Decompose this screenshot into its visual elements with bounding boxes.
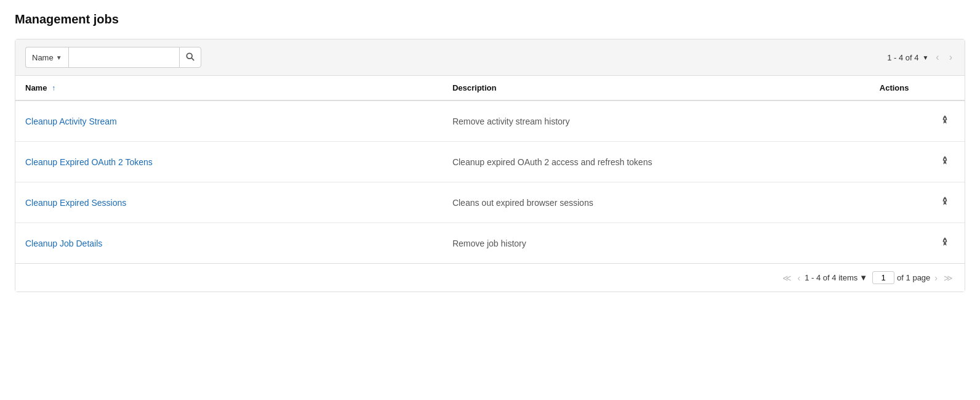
column-header-name: Name ↑: [15, 76, 443, 100]
footer-items-text: 1 - 4 of 4 items: [805, 273, 857, 282]
footer-pagination: ≪ ‹ 1 - 4 of 4 items ▼ of 1 page › ≫: [781, 271, 955, 284]
row-name-link[interactable]: Cleanup Activity Stream: [25, 116, 117, 126]
row-name-cell: Cleanup Expired Sessions: [15, 182, 443, 223]
row-name-link[interactable]: Cleanup Job Details: [25, 239, 102, 248]
column-header-actions: Actions: [870, 76, 965, 100]
svg-line-1: [191, 58, 194, 60]
sort-icon: ↑: [52, 84, 55, 92]
row-description-cell: Remove activity stream history: [443, 100, 870, 142]
footer-items-dropdown[interactable]: 1 - 4 of 4 items ▼: [805, 273, 867, 282]
filter-name-button[interactable]: Name ▼: [25, 47, 68, 68]
first-page-button[interactable]: ≪: [781, 272, 793, 284]
row-name-cell: Cleanup Expired OAuth 2 Tokens: [15, 142, 443, 182]
launch-button[interactable]: [935, 194, 955, 211]
table-row: Cleanup Expired OAuth 2 TokensCleanup ex…: [15, 142, 965, 182]
table-container: Name ▼ 1 - 4 of 4 ▼: [15, 39, 965, 292]
table-header-row: Name ↑ Description Actions: [15, 76, 965, 100]
row-description-cell: Cleans out expired browser sessions: [443, 182, 870, 223]
of-page-label: of 1 page: [897, 273, 930, 282]
row-actions-cell: [870, 100, 965, 142]
row-name-link[interactable]: Cleanup Expired Sessions: [25, 198, 126, 208]
table-row: Cleanup Activity StreamRemove activity s…: [15, 100, 965, 142]
row-name-cell: Cleanup Activity Stream: [15, 100, 443, 142]
row-name-link[interactable]: Cleanup Expired OAuth 2 Tokens: [25, 157, 153, 167]
next-page-button-top[interactable]: ›: [947, 51, 955, 63]
toolbar: Name ▼ 1 - 4 of 4 ▼: [15, 39, 965, 76]
filter-name-label: Name: [32, 53, 54, 62]
footer-items-chevron: ▼: [859, 273, 867, 282]
pagination-top: 1 - 4 of 4 ▼: [887, 53, 928, 62]
page-input[interactable]: [872, 271, 894, 284]
footer-items-label: 1 - 4 of 4 items ▼: [805, 273, 867, 282]
row-actions-cell: [870, 223, 965, 264]
column-header-description: Description: [443, 76, 870, 100]
toolbar-left: Name ▼: [25, 47, 201, 68]
table-row: Cleanup Expired SessionsCleans out expir…: [15, 182, 965, 223]
svg-point-5: [944, 240, 946, 242]
launch-button[interactable]: [935, 153, 955, 171]
launch-button[interactable]: [935, 234, 955, 252]
prev-page-button-top[interactable]: ‹: [933, 51, 941, 63]
pagination-top-label: 1 - 4 of 4: [887, 53, 918, 62]
prev-page-button-bottom[interactable]: ‹: [796, 272, 803, 284]
page-title: Management jobs: [15, 12, 965, 27]
pagination-top-dropdown[interactable]: ▼: [922, 54, 928, 61]
table-row: Cleanup Job DetailsRemove job history: [15, 223, 965, 264]
row-name-cell: Cleanup Job Details: [15, 223, 443, 264]
launch-button[interactable]: [935, 112, 955, 130]
search-icon: [186, 52, 195, 63]
row-description-cell: Cleanup expired OAuth 2 access and refre…: [443, 142, 870, 182]
data-table: Name ↑ Description Actions Cleanup Activ…: [15, 76, 965, 263]
filter-chevron-icon: ▼: [56, 54, 62, 61]
search-button[interactable]: [179, 47, 201, 68]
row-actions-cell: [870, 142, 965, 182]
page-wrapper: Management jobs Name ▼: [0, 0, 980, 304]
svg-point-2: [944, 118, 946, 120]
pagination-top-chevron: ▼: [922, 54, 928, 61]
svg-point-4: [944, 199, 946, 201]
row-actions-cell: [870, 182, 965, 223]
svg-point-3: [944, 158, 946, 160]
toolbar-right: 1 - 4 of 4 ▼ ‹ ›: [887, 51, 955, 63]
table-footer: ≪ ‹ 1 - 4 of 4 items ▼ of 1 page › ≫: [15, 263, 965, 292]
search-input[interactable]: [68, 47, 179, 68]
last-page-button[interactable]: ≫: [942, 272, 955, 284]
row-description-cell: Remove job history: [443, 223, 870, 264]
next-page-button-bottom[interactable]: ›: [933, 272, 939, 284]
